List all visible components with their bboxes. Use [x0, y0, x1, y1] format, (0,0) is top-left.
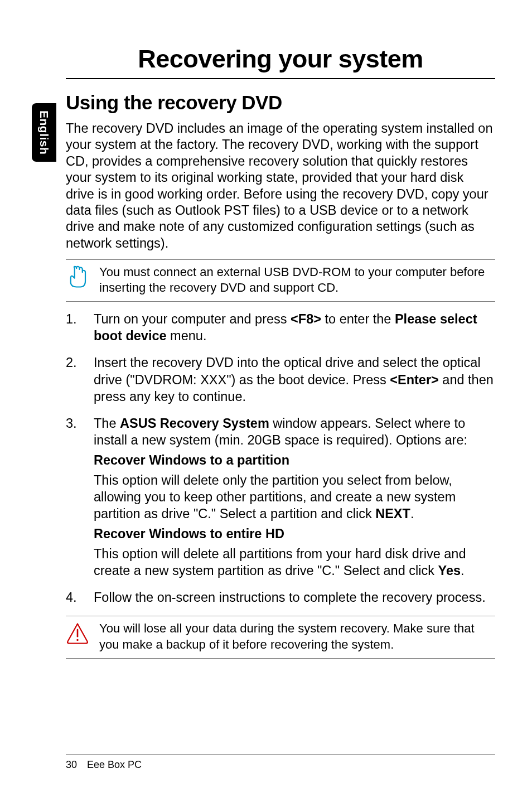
note-text: You must connect an external USB DVD-ROM… [99, 264, 495, 296]
hand-icon [66, 265, 89, 289]
page-content: Recovering your system Using the recover… [66, 45, 495, 668]
step-4: 4. Follow the on-screen instructions to … [66, 589, 495, 609]
intro-paragraph: The recovery DVD includes an image of th… [66, 120, 495, 252]
step-text: Turn on your computer and press [94, 312, 291, 326]
step-2: 2. Insert the recovery DVD into the opti… [66, 354, 495, 408]
warning-text: You will lose all your data during the s… [99, 621, 495, 652]
warning-callout: You will lose all your data during the s… [66, 616, 495, 658]
option-title: Recover Windows to entire HD [94, 525, 495, 542]
svg-point-1 [76, 639, 79, 641]
step-text: Follow the on-screen instructions to com… [94, 589, 495, 606]
key-enter: <Enter> [390, 373, 439, 387]
window-name: ASUS Recovery System [120, 416, 269, 431]
step-text: to enter the [321, 312, 395, 326]
language-tab: English [32, 103, 56, 162]
option-body: This option will delete all partitions f… [94, 547, 466, 578]
option-body: . [410, 506, 414, 521]
yes-label: Yes [438, 563, 461, 578]
option-title: Recover Windows to a partition [94, 452, 495, 468]
page-footer: 30 Eee Box PC [66, 754, 495, 771]
note-callout: You must connect an external USB DVD-ROM… [66, 259, 495, 302]
step-number: 2. [66, 354, 78, 408]
warning-icon [66, 622, 89, 645]
step-3: 3. The ASUS Recovery System window appea… [66, 415, 495, 583]
step-text: menu. [167, 328, 207, 343]
next-label: NEXT [375, 506, 410, 521]
chapter-title: Recovering your system [66, 45, 495, 79]
step-number: 4. [66, 589, 78, 609]
page-number: 30 [66, 759, 77, 771]
key-f8: <F8> [291, 312, 321, 326]
option-body: . [461, 563, 465, 578]
step-1: 1. Turn on your computer and press <F8> … [66, 311, 495, 347]
steps-list: 1. Turn on your computer and press <F8> … [66, 311, 495, 609]
section-title: Using the recovery DVD [66, 91, 495, 114]
footer-title: Eee Box PC [87, 759, 142, 771]
step-text: The [94, 416, 120, 431]
step-number: 3. [66, 415, 78, 583]
step-number: 1. [66, 311, 78, 347]
